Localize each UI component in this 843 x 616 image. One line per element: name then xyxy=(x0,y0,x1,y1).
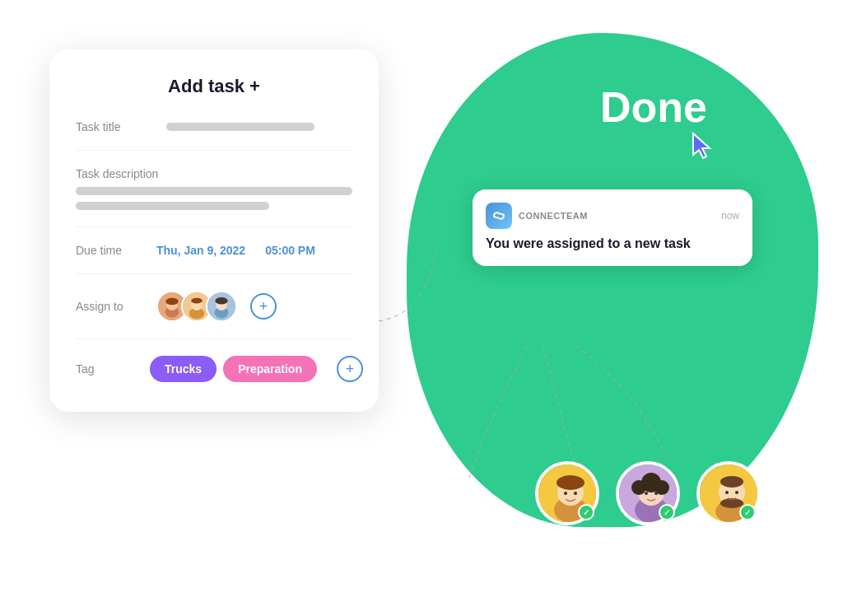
svg-point-32 xyxy=(725,491,729,494)
assign-to-row: Assign to xyxy=(76,291,352,322)
svg-point-3 xyxy=(165,298,178,306)
svg-point-17 xyxy=(564,492,567,495)
bottom-avatars xyxy=(535,461,761,525)
svg-point-16 xyxy=(557,475,585,490)
svg-point-26 xyxy=(654,492,658,495)
task-title-input[interactable] xyxy=(166,123,314,131)
svg-point-18 xyxy=(574,492,577,495)
divider-2 xyxy=(76,226,352,227)
check-badge-1 xyxy=(578,504,594,520)
divider-3 xyxy=(76,273,352,274)
assign-add-button[interactable]: + xyxy=(250,293,277,320)
scene: Add task + Task title Task description D… xyxy=(0,0,843,616)
notif-time: now xyxy=(721,210,739,222)
tag-add-button[interactable]: + xyxy=(337,356,363,382)
notif-header: CONNECTEAM now xyxy=(486,203,739,229)
done-text: Done xyxy=(600,82,707,132)
due-time-row: Due time Thu, Jan 9, 2022 05:00 PM xyxy=(76,244,352,257)
tag-preparation[interactable]: Preparation xyxy=(223,356,317,382)
svg-point-33 xyxy=(735,491,738,494)
avatar-3 xyxy=(206,291,237,322)
due-time-value[interactable]: 05:00 PM xyxy=(265,244,315,257)
task-desc-label: Task description xyxy=(76,167,352,180)
desc-bar-2[interactable] xyxy=(76,202,269,210)
check-badge-3 xyxy=(739,504,756,520)
svg-point-30 xyxy=(720,476,743,488)
brand-icon xyxy=(486,203,512,229)
divider-1 xyxy=(76,150,352,151)
svg-point-25 xyxy=(645,492,648,495)
add-task-card: Add task + Task title Task description D… xyxy=(49,49,379,412)
due-time-label: Due time xyxy=(76,244,150,257)
bottom-avatar-2 xyxy=(616,461,680,525)
bottom-avatar-1 xyxy=(535,461,599,525)
notification-card: CONNECTEAM now You were assigned to a ne… xyxy=(473,189,752,266)
divider-4 xyxy=(76,338,352,339)
due-date-value[interactable]: Thu, Jan 9, 2022 xyxy=(156,244,245,257)
desc-bar-1[interactable] xyxy=(76,187,352,195)
cursor-icon xyxy=(691,132,715,164)
avatar-group xyxy=(156,291,237,322)
tag-label: Tag xyxy=(76,362,150,376)
bottom-avatar-3 xyxy=(696,461,761,525)
svg-point-7 xyxy=(191,298,203,304)
notif-message: You were assigned to a new task xyxy=(486,236,739,253)
task-title-label: Task title xyxy=(76,120,166,133)
task-description-block: Task description xyxy=(76,167,352,210)
notif-brand: CONNECTEAM xyxy=(486,203,588,229)
assign-to-label: Assign to xyxy=(76,300,150,313)
card-title: Add task + xyxy=(76,76,352,97)
svg-marker-12 xyxy=(693,133,710,158)
task-title-row: Task title xyxy=(76,120,352,133)
brand-name: CONNECTEAM xyxy=(519,211,588,221)
check-badge-2 xyxy=(659,504,675,520)
tag-row: Tag Trucks Preparation + xyxy=(76,356,352,382)
tag-trucks[interactable]: Trucks xyxy=(150,356,217,382)
svg-point-11 xyxy=(215,297,227,305)
